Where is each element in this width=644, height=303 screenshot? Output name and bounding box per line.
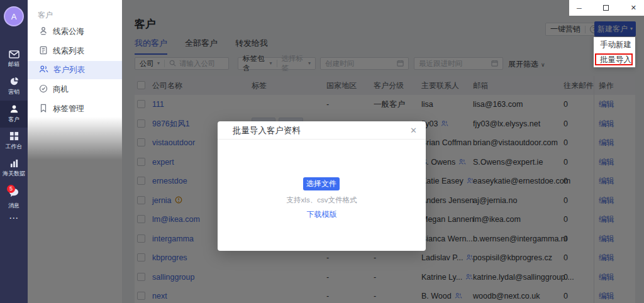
edit-link[interactable]: 编辑: [599, 292, 614, 300]
sidebar-item-opportunity[interactable]: 商机: [28, 80, 122, 99]
sidebar-item-lead-list[interactable]: 线索列表: [28, 42, 122, 60]
cell-grade: -: [374, 248, 376, 268]
tab-bar: 我的客户 全部客户 转发给我: [135, 38, 268, 55]
cell-contact: Katrine Ly...: [421, 268, 473, 287]
file-format-hint: 支持xls、csv文件格式: [218, 196, 426, 205]
created-time-picker[interactable]: 创建时间: [320, 57, 409, 70]
more-icon[interactable]: ⋯: [0, 212, 28, 224]
tag-filter-control[interactable]: 标签包含 ▾ 选择标签 ▾: [238, 57, 316, 70]
company-link[interactable]: vistaoutdoor: [152, 138, 195, 147]
tag-selector[interactable]: 选择标签 ▾: [277, 54, 315, 73]
fixed-column-divider: [594, 76, 594, 303]
row-checkbox[interactable]: [137, 177, 145, 185]
company-search-input[interactable]: 请输入公司: [165, 59, 220, 69]
row-checkbox[interactable]: [137, 292, 145, 300]
edit-link[interactable]: 编辑: [599, 158, 614, 167]
list-icon: [39, 46, 48, 57]
company-link[interactable]: lm@ikea.com: [152, 215, 200, 224]
row-checkbox[interactable]: [137, 158, 145, 166]
cell-email: woodb@next.co.uk: [473, 287, 540, 303]
download-template-link[interactable]: 下载模版: [218, 209, 426, 220]
avatar[interactable]: A: [4, 6, 24, 26]
window-close-button[interactable]: ✕: [631, 4, 636, 12]
sidebar-item-label: 线索列表: [53, 46, 84, 57]
company-link[interactable]: next: [152, 292, 167, 300]
menu-item-manual-create[interactable]: 手动新建: [594, 37, 635, 52]
person-icon: [0, 104, 28, 114]
company-link[interactable]: sallinggroup: [152, 273, 194, 282]
calendar-icon: [397, 60, 404, 68]
edit-link[interactable]: 编辑: [599, 100, 614, 109]
close-icon[interactable]: ✕: [410, 121, 417, 140]
company-link[interactable]: 9876如风1: [152, 119, 190, 128]
edit-link[interactable]: 编辑: [599, 196, 614, 205]
row-checkbox[interactable]: [137, 215, 145, 223]
row-checkbox[interactable]: [137, 138, 145, 146]
tab-all-customers[interactable]: 全部客户: [185, 38, 218, 55]
bar-chart-icon: [0, 158, 28, 168]
cell-email: lisa@163.com: [473, 95, 523, 114]
edit-link[interactable]: 编辑: [599, 273, 614, 282]
cell-country: -: [326, 248, 329, 268]
rail-item-mail[interactable]: 邮箱: [0, 50, 28, 69]
cell-mails: 0: [564, 95, 568, 114]
company-link[interactable]: kbprogres: [152, 253, 187, 262]
sidebar-item-label: 商机: [53, 84, 69, 95]
sidebar-item-tag-management[interactable]: 标签管理: [28, 100, 122, 118]
rail-item-customer[interactable]: 客户: [0, 101, 28, 128]
choose-file-button[interactable]: 选择文件: [303, 177, 340, 190]
contact-person-icon: [455, 292, 462, 299]
company-link[interactable]: 111: [152, 100, 164, 109]
rail-item-workbench[interactable]: 工作台: [0, 131, 28, 151]
edit-link[interactable]: 编辑: [599, 234, 614, 243]
warning-icon: [175, 196, 182, 204]
sidebar-item-customer-list[interactable]: 客户列表: [28, 61, 122, 79]
company-link[interactable]: ernestdoe: [152, 177, 187, 185]
row-checkbox[interactable]: [137, 234, 145, 243]
rail-item-customs-data[interactable]: 海关数据: [0, 158, 28, 178]
col-header-contact: 主要联系人: [421, 76, 459, 95]
edit-link[interactable]: 编辑: [599, 138, 614, 147]
company-field-selector[interactable]: 公司 ▾: [135, 59, 164, 69]
company-search-control[interactable]: 公司 ▾ 请输入公司: [135, 57, 229, 70]
cell-mails: 0: [564, 191, 568, 211]
rail-item-messages[interactable]: 5 消息: [0, 188, 28, 210]
sidebar-item-lead-pool[interactable]: 线索公海: [28, 23, 122, 41]
followup-time-picker[interactable]: 最近跟进时间: [414, 57, 503, 70]
rail-item-label: 邮箱: [1, 60, 26, 69]
menu-item-batch-import[interactable]: 批量导入: [594, 52, 635, 67]
new-customer-button[interactable]: 新建客户 ▾: [594, 21, 636, 36]
cell-email: aj@jernia.no: [473, 191, 517, 211]
rail-item-marketing[interactable]: 营销: [0, 77, 28, 96]
grid-icon: [0, 131, 28, 141]
company-link[interactable]: expert: [152, 158, 174, 167]
edit-link[interactable]: 编辑: [599, 215, 614, 224]
tab-my-customers[interactable]: 我的客户: [135, 38, 167, 55]
row-checkbox[interactable]: [137, 273, 145, 281]
row-checkbox[interactable]: [137, 196, 145, 204]
contact-person-icon: [441, 120, 448, 127]
pie-chart-icon: [0, 77, 28, 86]
company-link[interactable]: jernia: [152, 196, 172, 205]
company-link[interactable]: intergamma: [152, 234, 194, 243]
edit-link[interactable]: 编辑: [599, 119, 614, 128]
cell-mails: 0: [564, 229, 568, 249]
select-all-checkbox[interactable]: [137, 81, 145, 89]
window-titlebar: ─ ✕: [569, 0, 644, 16]
row-checkbox[interactable]: [137, 100, 145, 108]
edit-link[interactable]: 编辑: [599, 177, 614, 185]
row-checkbox[interactable]: [137, 253, 145, 262]
expand-filters-toggle[interactable]: 展开筛选 ∨: [508, 59, 545, 70]
caret-down-icon: ▾: [308, 61, 311, 66]
contact-person-icon: [458, 158, 466, 165]
edit-link[interactable]: 编辑: [599, 253, 614, 262]
bookmark-icon: [39, 104, 48, 114]
tag-mode-selector[interactable]: 标签包含 ▾: [238, 54, 277, 73]
window-minimize-button[interactable]: ─: [577, 4, 582, 12]
cell-mails: 0: [564, 287, 568, 303]
row-checkbox[interactable]: [137, 119, 145, 128]
window-maximize-button[interactable]: [603, 5, 609, 11]
col-header-country: 国家地区: [326, 76, 357, 95]
col-header-mails: 往来邮件: [564, 76, 594, 95]
tab-forwarded[interactable]: 转发给我: [235, 38, 268, 55]
